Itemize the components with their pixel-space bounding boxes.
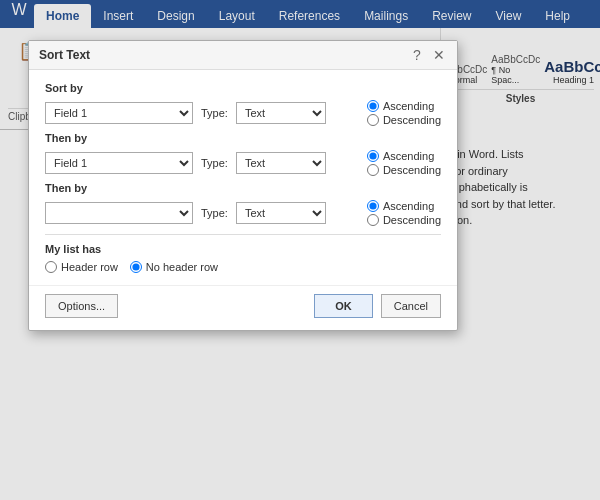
then-by-descending-label-2[interactable]: Descending <box>367 214 441 226</box>
sort-by-label: Sort by <box>45 82 441 94</box>
dialog-footer: Options... OK Cancel <box>29 285 457 330</box>
then-by-descending-radio-1[interactable] <box>367 164 379 176</box>
then-by-field-select-2[interactable]: Field 1 <box>45 202 193 224</box>
sort-by-field-select[interactable]: Field 1 Field 2 Field 3 <box>45 102 193 124</box>
then-by-ascending-label-2[interactable]: Ascending <box>367 200 441 212</box>
ascending-text: Ascending <box>383 100 434 112</box>
ok-button[interactable]: OK <box>314 294 373 318</box>
then-by-ascending-radio-1[interactable] <box>367 150 379 162</box>
then-by-field-select-1[interactable]: Field 1 Field 2 <box>45 152 193 174</box>
help-button[interactable]: ? <box>409 47 425 63</box>
sort-by-ascending-label[interactable]: Ascending <box>367 100 441 112</box>
then-by-descending-text-2: Descending <box>383 214 441 226</box>
then-by-row-1: Field 1 Field 2 Type: Text Number Date A… <box>45 150 441 176</box>
my-list-row: Header row No header row <box>45 261 441 273</box>
sort-by-descending-radio[interactable] <box>367 114 379 126</box>
my-list-section: My list has Header row No header row <box>45 234 441 273</box>
dialog-titlebar: Sort Text ? ✕ <box>29 41 457 70</box>
then-by-label-1: Then by <box>45 132 441 144</box>
no-header-row-label[interactable]: No header row <box>130 261 218 273</box>
then-by-descending-text-1: Descending <box>383 164 441 176</box>
then-by-descending-label-1[interactable]: Descending <box>367 164 441 176</box>
header-row-text: Header row <box>61 261 118 273</box>
then-by-label-2: Then by <box>45 182 441 194</box>
sort-text-dialog: Sort Text ? ✕ Sort by Field 1 Field 2 Fi… <box>28 40 458 331</box>
then-by-type-label-1: Type: <box>201 157 228 169</box>
header-row-label[interactable]: Header row <box>45 261 118 273</box>
no-header-row-text: No header row <box>146 261 218 273</box>
then-by-radio-group-1: Ascending Descending <box>367 150 441 176</box>
then-by-ascending-text-1: Ascending <box>383 150 434 162</box>
sort-by-ascending-radio[interactable] <box>367 100 379 112</box>
then-by-type-label-2: Type: <box>201 207 228 219</box>
then-by-type-select-2[interactable]: Text Number Date <box>236 202 326 224</box>
sort-by-descending-label[interactable]: Descending <box>367 114 441 126</box>
dialog-body: Sort by Field 1 Field 2 Field 3 Type: Te… <box>29 70 457 285</box>
then-by-descending-radio-2[interactable] <box>367 214 379 226</box>
ok-cancel-group: OK Cancel <box>314 294 441 318</box>
then-by-ascending-radio-2[interactable] <box>367 200 379 212</box>
sort-by-radio-group: Ascending Descending <box>367 100 441 126</box>
descending-text: Descending <box>383 114 441 126</box>
then-by-ascending-label-1[interactable]: Ascending <box>367 150 441 162</box>
dialog-controls: ? ✕ <box>409 47 447 63</box>
sort-by-row: Field 1 Field 2 Field 3 Type: Text Numbe… <box>45 100 441 126</box>
close-button[interactable]: ✕ <box>431 47 447 63</box>
dialog-title: Sort Text <box>39 48 90 62</box>
options-button[interactable]: Options... <box>45 294 118 318</box>
my-list-label: My list has <box>45 243 441 255</box>
then-by-row-2: Field 1 Type: Text Number Date Ascending… <box>45 200 441 226</box>
sort-by-type-select[interactable]: Text Number Date <box>236 102 326 124</box>
then-by-radio-group-2: Ascending Descending <box>367 200 441 226</box>
cancel-button[interactable]: Cancel <box>381 294 441 318</box>
then-by-ascending-text-2: Ascending <box>383 200 434 212</box>
sort-by-type-label: Type: <box>201 107 228 119</box>
no-header-row-radio[interactable] <box>130 261 142 273</box>
then-by-type-select-1[interactable]: Text Number Date <box>236 152 326 174</box>
header-row-radio[interactable] <box>45 261 57 273</box>
